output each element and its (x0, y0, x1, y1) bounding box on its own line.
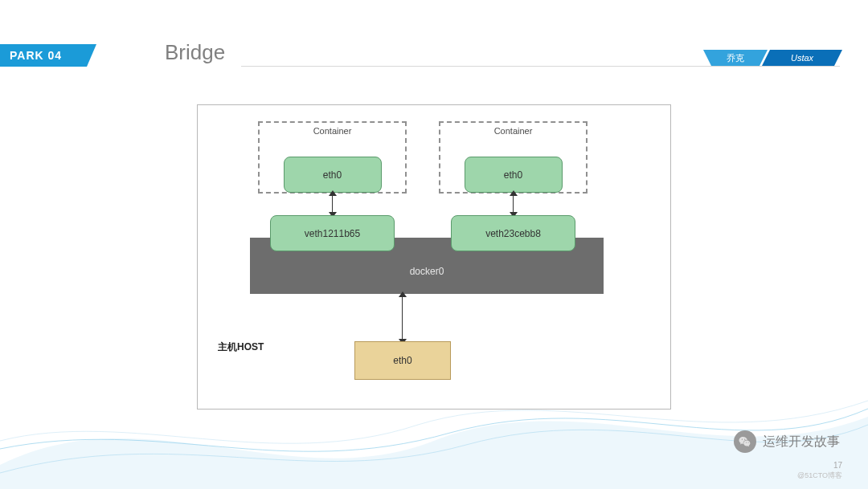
veth-right: veth23cebb8 (451, 215, 575, 251)
arrow-eth-veth-right (513, 195, 514, 213)
arrow-eth-veth-left (332, 195, 333, 213)
container-box-left: Container eth0 (258, 121, 407, 194)
network-diagram: Container eth0 Container eth0 veth1211b6… (197, 104, 671, 410)
arrow-docker-host (402, 296, 403, 340)
slide-title: Bridge (165, 40, 225, 65)
credit-text: @51CTO博客 (797, 471, 842, 481)
watermark: 运维开发故事 (734, 430, 840, 453)
section-tab: PARK 04 (0, 44, 96, 67)
container-eth0-right: eth0 (465, 157, 563, 193)
host-label: 主机HOST (218, 340, 264, 354)
container-label: Container (440, 126, 586, 136)
container-eth0-left: eth0 (284, 157, 382, 193)
wechat-icon (734, 430, 756, 453)
container-label: Container (260, 126, 405, 136)
container-box-right: Container eth0 (439, 121, 588, 194)
brand-badge: Ustax (762, 50, 842, 66)
veth-left: veth1211b65 (270, 215, 395, 251)
title-divider (241, 66, 840, 67)
watermark-text: 运维开发故事 (763, 434, 840, 450)
page-number: 17 (833, 461, 842, 470)
host-eth0: eth0 (354, 341, 451, 380)
author-badge: 乔克 (703, 50, 768, 66)
